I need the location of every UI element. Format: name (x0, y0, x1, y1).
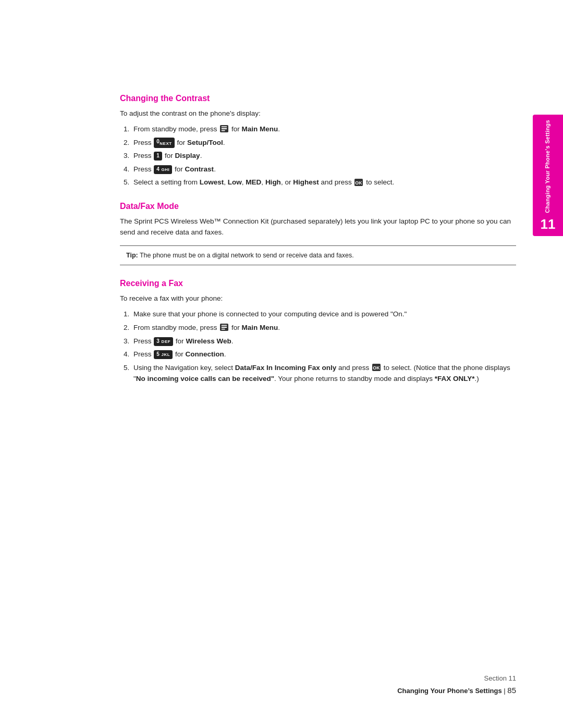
data-fax-body: The Sprint PCS Wireless Web™ Connection … (120, 216, 516, 238)
svg-rect-2 (222, 128, 227, 129)
svg-rect-7 (222, 325, 227, 326)
contrast-steps: From standby mode, press for Main Menu. … (131, 124, 516, 188)
heading-data-fax-mode: Data/Fax Mode (120, 202, 516, 211)
tip-label: Tip: (126, 252, 138, 259)
page-footer: Section 11 Changing Your Phone’s Setting… (397, 673, 516, 697)
tip-text: The phone must be on a digital network t… (140, 252, 354, 259)
side-tab-text: Changing Your Phone's Settings (544, 120, 551, 213)
svg-rect-8 (222, 327, 227, 328)
section-receiving-fax: Receiving a Fax To receive a fax with yo… (120, 279, 516, 384)
footer-bottom: Changing Your Phone’s Settings | 85 (397, 684, 516, 697)
list-item: Press 1 for Display. (131, 150, 516, 162)
footer-page-number: 85 (507, 686, 516, 695)
main-menu-icon (219, 125, 229, 133)
svg-rect-9 (222, 329, 225, 330)
svg-text:OK: OK (373, 365, 380, 371)
list-item: Press 5 JKL for Connection. (131, 349, 516, 360)
list-item: From standby mode, press for Main Menu. (131, 124, 516, 135)
select-icon: OK (354, 178, 363, 187)
heading-receiving-fax: Receiving a Fax (120, 279, 516, 288)
side-tab-number: 11 (541, 217, 556, 231)
svg-text:OK: OK (356, 180, 363, 185)
list-item: Press 3 DEF for Wireless Web. (131, 336, 516, 347)
tip-box: Tip: The phone must be on a digital netw… (120, 245, 516, 266)
key-0: 0NEXT (154, 138, 174, 147)
heading-changing-contrast: Changing the Contrast (120, 94, 516, 103)
key-4: 4 GHI (154, 165, 172, 174)
list-item: Press 4 GHI for Contrast. (131, 164, 516, 175)
key-3: 3 DEF (154, 337, 173, 346)
list-item: Select a setting from Lowest, Low, MED, … (131, 177, 516, 188)
list-item: Using the Navigation key, select Data/Fa… (131, 362, 516, 385)
list-item: Press 0NEXT for Setup/Tool. (131, 137, 516, 149)
fax-intro: To receive a fax with your phone: (120, 293, 516, 304)
page-wrapper: Changing Your Phone's Settings 11 Changi… (0, 0, 563, 728)
list-item: Make sure that your phone is connected t… (131, 309, 516, 320)
list-item: From standby mode, press for Main Menu. (131, 322, 516, 334)
key-5: 5 JKL (154, 350, 173, 359)
fax-steps: Make sure that your phone is connected t… (131, 309, 516, 385)
contrast-intro: To adjust the contrast on the phone's di… (120, 108, 516, 119)
footer-section-label: Section 11 (397, 673, 516, 684)
key-1: 1 (154, 152, 162, 161)
main-menu-icon-2 (219, 323, 229, 331)
side-tab: Changing Your Phone's Settings 11 (533, 115, 563, 236)
select-icon-2: OK (372, 363, 381, 372)
section-data-fax-mode: Data/Fax Mode The Sprint PCS Wireless We… (120, 202, 516, 266)
svg-rect-3 (222, 130, 225, 131)
svg-rect-1 (222, 127, 227, 128)
footer-title: Changing Your Phone’s Settings (397, 687, 502, 695)
section-changing-contrast: Changing the Contrast To adjust the cont… (120, 94, 516, 188)
